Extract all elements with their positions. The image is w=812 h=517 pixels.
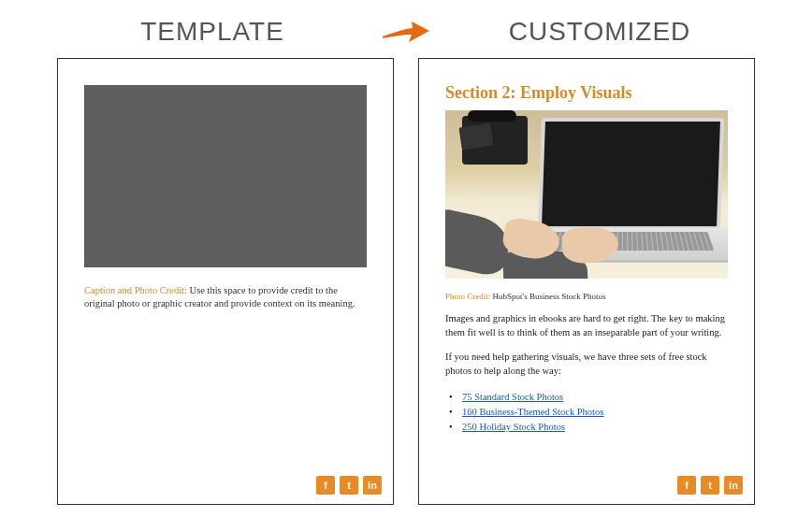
caption-label: Caption and Photo Credit: — [84, 285, 187, 295]
facebook-icon[interactable]: f — [677, 476, 696, 495]
tumblr-icon[interactable]: t — [701, 476, 719, 495]
pages-row: Caption and Photo Credit: Use this space… — [0, 58, 812, 505]
list-item: 75 Standard Stock Photos — [449, 390, 728, 405]
link-holiday-photos[interactable]: 250 Holiday Stock Photos — [462, 422, 565, 432]
caption-block: Caption and Photo Credit: Use this space… — [84, 284, 367, 310]
laptop-screen — [538, 118, 724, 230]
section-title: Section 2: Employ Visuals — [445, 83, 728, 103]
list-item: 250 Holiday Stock Photos — [449, 420, 728, 435]
list-item: 160 Business-Themed Stock Photos — [449, 405, 728, 420]
body-text: Images and graphics in ebooks are hard t… — [445, 312, 728, 436]
header-template-label: TEMPLATE — [81, 17, 343, 47]
image-placeholder — [84, 85, 367, 267]
photo-credit: Photo Credit: HubSpot's Business Stock P… — [445, 292, 728, 301]
header-customized-label: CUSTOMIZED — [469, 17, 731, 47]
customized-social-row: f t in — [677, 476, 743, 495]
template-social-row: f t in — [316, 476, 382, 495]
content-photo — [445, 110, 728, 279]
paragraph-2: If you need help gathering visuals, we h… — [445, 351, 728, 378]
phone-prop — [462, 116, 528, 165]
arrow-icon — [381, 18, 431, 46]
photo-credit-label: Photo Credit: — [445, 292, 490, 301]
customized-page: Section 2: Employ Visuals Photo Credit: … — [418, 58, 755, 505]
template-page: Caption and Photo Credit: Use this space… — [57, 58, 394, 505]
stock-photo-links: 75 Standard Stock Photos 160 Business-Th… — [445, 390, 728, 436]
linkedin-icon[interactable]: in — [363, 476, 382, 495]
link-business-photos[interactable]: 160 Business-Themed Stock Photos — [462, 407, 603, 417]
photo-credit-text: HubSpot's Business Stock Photos — [490, 292, 605, 301]
facebook-icon[interactable]: f — [316, 476, 335, 495]
comparison-header: TEMPLATE CUSTOMIZED — [0, 0, 812, 56]
link-standard-photos[interactable]: 75 Standard Stock Photos — [462, 392, 563, 402]
paragraph-1: Images and graphics in ebooks are hard t… — [445, 312, 728, 339]
linkedin-icon[interactable]: in — [724, 476, 743, 495]
tumblr-icon[interactable]: t — [340, 476, 358, 495]
